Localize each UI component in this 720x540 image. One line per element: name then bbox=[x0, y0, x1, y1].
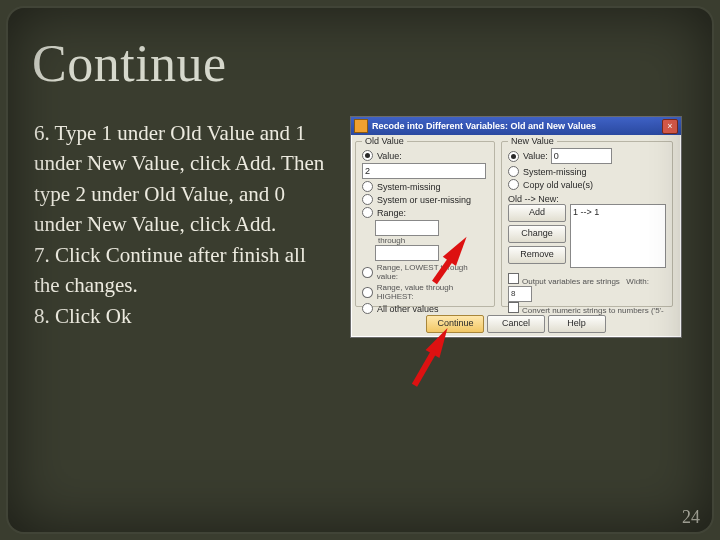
convert-numeric-checkbox[interactable] bbox=[508, 302, 519, 313]
old-new-listbox[interactable]: 1 --> 1 bbox=[570, 204, 666, 268]
new-value-radio[interactable]: Value: bbox=[508, 151, 548, 162]
close-icon[interactable]: × bbox=[662, 119, 678, 134]
add-button[interactable]: Add bbox=[508, 204, 566, 222]
new-value-group: New Value Value: 0 System-missing Copy o… bbox=[501, 141, 673, 307]
through-label: through bbox=[378, 236, 488, 245]
old-value-input[interactable]: 2 bbox=[362, 163, 486, 179]
dialog-titlebar: Recode into Different Variables: Old and… bbox=[351, 117, 681, 135]
old-allother-label: All other values bbox=[377, 304, 439, 314]
old-range-high-label: Range, value through HIGHEST: bbox=[377, 283, 488, 301]
width-input[interactable]: 8 bbox=[508, 286, 532, 302]
remove-button[interactable]: Remove bbox=[508, 246, 566, 264]
new-sysmissing-radio[interactable]: System-missing bbox=[508, 166, 666, 177]
old-range-radio[interactable]: Range: bbox=[362, 207, 488, 218]
new-value-radio-label: Value: bbox=[523, 151, 548, 161]
recode-dialog: Recode into Different Variables: Old and… bbox=[350, 116, 682, 338]
instruction-step-6: 6. Type 1 under Old Value and 1 under Ne… bbox=[34, 121, 324, 236]
old-value-radio[interactable]: Value: bbox=[362, 150, 488, 161]
output-strings-label: Output variables are strings bbox=[522, 277, 620, 286]
old-value-legend: Old Value bbox=[362, 136, 407, 146]
cancel-button[interactable]: Cancel bbox=[487, 315, 545, 333]
old-range-low-radio[interactable]: Range, LOWEST through value: bbox=[362, 263, 488, 281]
old-range-label: Range: bbox=[377, 208, 406, 218]
app-icon bbox=[354, 119, 368, 133]
output-strings-checkbox[interactable] bbox=[508, 273, 519, 284]
old-allother-radio[interactable]: All other values bbox=[362, 303, 488, 314]
old-range-low-label: Range, LOWEST through value: bbox=[377, 263, 488, 281]
instruction-step-7: 7. Click Continue after finish all the c… bbox=[34, 243, 306, 297]
slide-body: 6. Type 1 under Old Value and 1 under Ne… bbox=[34, 118, 334, 331]
old-sysusermissing-radio[interactable]: System or user-missing bbox=[362, 194, 488, 205]
copy-old-label: Copy old value(s) bbox=[523, 180, 593, 190]
help-button[interactable]: Help bbox=[548, 315, 606, 333]
change-button[interactable]: Change bbox=[508, 225, 566, 243]
instruction-step-8: 8. Click Ok bbox=[34, 304, 131, 328]
old-range-high-radio[interactable]: Range, value through HIGHEST: bbox=[362, 283, 488, 301]
new-sysmissing-label: System-missing bbox=[523, 167, 587, 177]
copy-old-radio[interactable]: Copy old value(s) bbox=[508, 179, 666, 190]
width-label: Width: bbox=[626, 277, 649, 286]
new-value-input[interactable]: 0 bbox=[551, 148, 612, 164]
old-sysusermissing-label: System or user-missing bbox=[377, 195, 471, 205]
old-sysmissing-radio[interactable]: System-missing bbox=[362, 181, 488, 192]
dialog-title: Recode into Different Variables: Old and… bbox=[372, 121, 662, 131]
range-to-input[interactable] bbox=[375, 245, 439, 261]
old-value-group: Old Value Value: 2 System-missing System… bbox=[355, 141, 495, 307]
list-header: Old --> New: bbox=[508, 194, 666, 204]
page-number: 24 bbox=[682, 507, 700, 528]
range-from-input[interactable] bbox=[375, 220, 439, 236]
old-sysmissing-label: System-missing bbox=[377, 182, 441, 192]
continue-button[interactable]: Continue bbox=[426, 315, 484, 333]
old-value-radio-label: Value: bbox=[377, 151, 402, 161]
slide-title: Continue bbox=[32, 34, 227, 93]
list-item: 1 --> 1 bbox=[573, 207, 663, 217]
new-value-legend: New Value bbox=[508, 136, 557, 146]
